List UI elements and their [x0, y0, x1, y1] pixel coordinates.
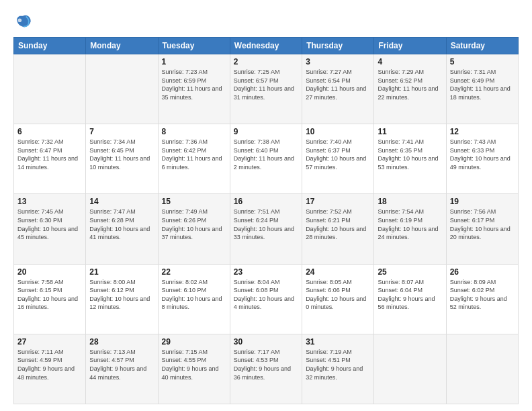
calendar-cell: 25Sunrise: 8:07 AM Sunset: 6:04 PM Dayli… — [374, 264, 446, 334]
day-info: Sunrise: 8:09 AM Sunset: 6:02 PM Dayligh… — [450, 278, 515, 312]
day-info: Sunrise: 8:04 AM Sunset: 6:08 PM Dayligh… — [234, 278, 298, 312]
day-number: 12 — [450, 127, 515, 136]
day-info: Sunrise: 7:31 AM Sunset: 6:49 PM Dayligh… — [450, 68, 515, 101]
day-number: 11 — [378, 127, 442, 136]
day-number: 10 — [306, 127, 370, 136]
calendar-cell — [14, 54, 86, 124]
calendar-cell: 1Sunrise: 7:23 AM Sunset: 6:59 PM Daylig… — [158, 54, 230, 124]
day-number: 5 — [450, 57, 515, 66]
page: SundayMondayTuesdayWednesdayThursdayFrid… — [0, 0, 532, 411]
day-number: 18 — [378, 197, 442, 206]
day-number: 16 — [234, 197, 298, 206]
day-number: 17 — [306, 197, 370, 206]
day-number: 14 — [89, 197, 154, 206]
day-info: Sunrise: 8:00 AM Sunset: 6:12 PM Dayligh… — [89, 278, 154, 312]
day-number: 9 — [234, 127, 298, 136]
calendar: SundayMondayTuesdayWednesdayThursdayFrid… — [13, 37, 519, 404]
logo — [13, 13, 34, 32]
calendar-cell: 9Sunrise: 7:38 AM Sunset: 6:40 PM Daylig… — [230, 124, 302, 194]
calendar-cell — [86, 54, 158, 124]
calendar-week-row: 13Sunrise: 7:45 AM Sunset: 6:30 PM Dayli… — [14, 194, 519, 264]
calendar-cell: 14Sunrise: 7:47 AM Sunset: 6:28 PM Dayli… — [86, 194, 158, 264]
calendar-cell: 7Sunrise: 7:34 AM Sunset: 6:45 PM Daylig… — [86, 124, 158, 194]
weekday-header: Wednesday — [230, 38, 302, 54]
calendar-cell: 29Sunrise: 7:15 AM Sunset: 4:55 PM Dayli… — [158, 334, 230, 404]
calendar-cell: 5Sunrise: 7:31 AM Sunset: 6:49 PM Daylig… — [446, 54, 518, 124]
calendar-cell: 11Sunrise: 7:41 AM Sunset: 6:35 PM Dayli… — [374, 124, 446, 194]
day-info: Sunrise: 7:36 AM Sunset: 6:42 PM Dayligh… — [162, 138, 226, 171]
header — [13, 10, 519, 32]
day-number: 25 — [378, 267, 442, 277]
day-number: 2 — [234, 57, 298, 66]
day-number: 24 — [306, 267, 370, 277]
weekday-header: Sunday — [14, 38, 86, 54]
day-info: Sunrise: 8:05 AM Sunset: 6:06 PM Dayligh… — [306, 278, 370, 312]
calendar-cell: 3Sunrise: 7:27 AM Sunset: 6:54 PM Daylig… — [302, 54, 374, 124]
weekday-row: SundayMondayTuesdayWednesdayThursdayFrid… — [14, 38, 519, 54]
day-info: Sunrise: 8:02 AM Sunset: 6:10 PM Dayligh… — [162, 278, 226, 312]
day-info: Sunrise: 7:43 AM Sunset: 6:33 PM Dayligh… — [450, 138, 515, 171]
day-info: Sunrise: 7:27 AM Sunset: 6:54 PM Dayligh… — [306, 68, 370, 101]
weekday-header: Monday — [86, 38, 158, 54]
day-number: 31 — [306, 337, 370, 347]
day-info: Sunrise: 7:45 AM Sunset: 6:30 PM Dayligh… — [17, 208, 82, 241]
day-info: Sunrise: 7:19 AM Sunset: 4:51 PM Dayligh… — [306, 348, 370, 381]
calendar-body: 1Sunrise: 7:23 AM Sunset: 6:59 PM Daylig… — [14, 54, 519, 404]
day-info: Sunrise: 7:52 AM Sunset: 6:21 PM Dayligh… — [306, 208, 370, 241]
day-number: 1 — [162, 57, 226, 66]
day-info: Sunrise: 7:32 AM Sunset: 6:47 PM Dayligh… — [17, 138, 82, 171]
calendar-cell: 24Sunrise: 8:05 AM Sunset: 6:06 PM Dayli… — [302, 264, 374, 334]
day-info: Sunrise: 7:11 AM Sunset: 4:59 PM Dayligh… — [17, 348, 82, 381]
day-number: 8 — [162, 127, 226, 136]
calendar-cell: 28Sunrise: 7:13 AM Sunset: 4:57 PM Dayli… — [86, 334, 158, 404]
calendar-cell: 23Sunrise: 8:04 AM Sunset: 6:08 PM Dayli… — [230, 264, 302, 334]
calendar-cell: 2Sunrise: 7:25 AM Sunset: 6:57 PM Daylig… — [230, 54, 302, 124]
day-number: 30 — [234, 337, 298, 347]
calendar-cell: 27Sunrise: 7:11 AM Sunset: 4:59 PM Dayli… — [14, 334, 86, 404]
weekday-header: Friday — [374, 38, 446, 54]
calendar-cell: 10Sunrise: 7:40 AM Sunset: 6:37 PM Dayli… — [302, 124, 374, 194]
day-info: Sunrise: 7:54 AM Sunset: 6:19 PM Dayligh… — [378, 208, 442, 241]
day-number: 23 — [234, 267, 298, 277]
calendar-cell: 30Sunrise: 7:17 AM Sunset: 4:53 PM Dayli… — [230, 334, 302, 404]
calendar-cell: 17Sunrise: 7:52 AM Sunset: 6:21 PM Dayli… — [302, 194, 374, 264]
day-info: Sunrise: 7:13 AM Sunset: 4:57 PM Dayligh… — [89, 348, 154, 381]
weekday-header: Saturday — [446, 38, 518, 54]
day-info: Sunrise: 7:15 AM Sunset: 4:55 PM Dayligh… — [162, 348, 226, 381]
calendar-cell: 18Sunrise: 7:54 AM Sunset: 6:19 PM Dayli… — [374, 194, 446, 264]
day-info: Sunrise: 7:47 AM Sunset: 6:28 PM Dayligh… — [89, 208, 154, 241]
calendar-cell: 22Sunrise: 8:02 AM Sunset: 6:10 PM Dayli… — [158, 264, 230, 334]
calendar-cell: 16Sunrise: 7:51 AM Sunset: 6:24 PM Dayli… — [230, 194, 302, 264]
logo-icon — [13, 13, 32, 32]
day-number: 7 — [89, 127, 154, 136]
day-number: 26 — [450, 267, 515, 277]
day-number: 20 — [17, 267, 82, 277]
day-number: 29 — [162, 337, 226, 347]
day-number: 15 — [162, 197, 226, 206]
calendar-week-row: 20Sunrise: 7:58 AM Sunset: 6:15 PM Dayli… — [14, 264, 519, 334]
day-number: 22 — [162, 267, 226, 277]
weekday-header: Tuesday — [158, 38, 230, 54]
day-info: Sunrise: 7:41 AM Sunset: 6:35 PM Dayligh… — [378, 138, 442, 171]
calendar-week-row: 1Sunrise: 7:23 AM Sunset: 6:59 PM Daylig… — [14, 54, 519, 124]
calendar-cell: 21Sunrise: 8:00 AM Sunset: 6:12 PM Dayli… — [86, 264, 158, 334]
day-number: 4 — [378, 57, 442, 66]
day-info: Sunrise: 7:40 AM Sunset: 6:37 PM Dayligh… — [306, 138, 370, 171]
day-info: Sunrise: 7:25 AM Sunset: 6:57 PM Dayligh… — [234, 68, 298, 101]
calendar-week-row: 27Sunrise: 7:11 AM Sunset: 4:59 PM Dayli… — [14, 334, 519, 404]
day-info: Sunrise: 7:38 AM Sunset: 6:40 PM Dayligh… — [234, 138, 298, 171]
day-info: Sunrise: 8:07 AM Sunset: 6:04 PM Dayligh… — [378, 278, 442, 312]
calendar-cell — [446, 334, 518, 404]
day-info: Sunrise: 7:23 AM Sunset: 6:59 PM Dayligh… — [162, 68, 226, 101]
calendar-cell: 26Sunrise: 8:09 AM Sunset: 6:02 PM Dayli… — [446, 264, 518, 334]
day-info: Sunrise: 7:17 AM Sunset: 4:53 PM Dayligh… — [234, 348, 298, 381]
day-number: 3 — [306, 57, 370, 66]
day-number: 13 — [17, 197, 82, 206]
calendar-cell: 20Sunrise: 7:58 AM Sunset: 6:15 PM Dayli… — [14, 264, 86, 334]
day-number: 28 — [89, 337, 154, 347]
calendar-header: SundayMondayTuesdayWednesdayThursdayFrid… — [14, 38, 519, 54]
day-number: 27 — [17, 337, 82, 347]
day-info: Sunrise: 7:51 AM Sunset: 6:24 PM Dayligh… — [234, 208, 298, 241]
calendar-cell: 4Sunrise: 7:29 AM Sunset: 6:52 PM Daylig… — [374, 54, 446, 124]
weekday-header: Thursday — [302, 38, 374, 54]
